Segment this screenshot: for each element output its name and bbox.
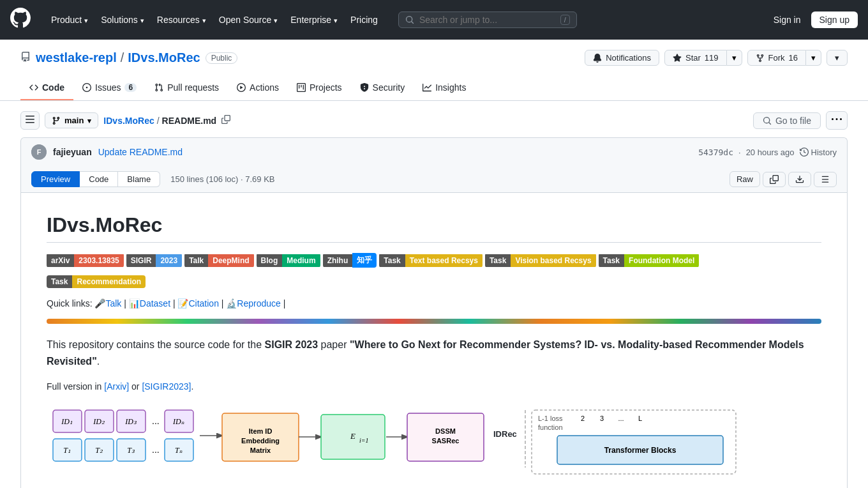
architecture-diagram: ID₁ ID₂ ID₃ ... IDₙ T₁ T₂ T₃ ... Tₙ [47, 407, 821, 484]
nav-product[interactable]: Product [46, 11, 93, 29]
panel-toggle-button[interactable] [20, 111, 40, 130]
raw-button[interactable]: Raw [730, 171, 760, 187]
list-icon [821, 175, 830, 184]
insights-icon [423, 83, 431, 92]
badge-item: Zhihu知乎 [323, 253, 377, 268]
file-toolbar: Preview Code Blame 150 lines (106 loc) ·… [20, 166, 848, 193]
github-logo-icon[interactable] [10, 8, 31, 32]
full-version-text: Full version in [Arxiv] or [SIGIR2023]. [47, 379, 821, 393]
open-source-chevron-icon [274, 15, 278, 25]
repo-title-row: westlake-repl / IDvs.MoRec Public Notifi… [20, 50, 848, 66]
signup-button[interactable]: Sign up [811, 11, 858, 28]
panel-toggle-icon [25, 114, 35, 125]
tab-issues-label: Issues [95, 82, 121, 93]
star-button-group: Star 119 ▾ [664, 50, 742, 66]
nav-solutions[interactable]: Solutions [96, 11, 149, 29]
svg-text:IDRec: IDRec [493, 429, 517, 439]
tab-code-label: Code [42, 82, 64, 93]
badge-item: arXiv2303.13835 [47, 253, 124, 268]
svg-text:T₃: T₃ [127, 446, 135, 455]
svg-text:SASRec: SASRec [432, 437, 460, 445]
branch-name: main [64, 116, 84, 125]
history-button[interactable]: History [800, 148, 837, 157]
svg-text:Item ID: Item ID [249, 427, 273, 435]
nav-open-source[interactable]: Open Source [214, 11, 283, 29]
badge-item: TaskFoundation Model [599, 253, 700, 268]
quick-link-2[interactable]: 📝Citation [177, 298, 218, 309]
tab-pull-requests[interactable]: Pull requests [146, 76, 228, 100]
svg-text:ID₁: ID₁ [61, 417, 73, 426]
svg-text:IDₙ: IDₙ [172, 417, 184, 426]
svg-text:i=1: i=1 [359, 437, 369, 444]
commit-hash[interactable]: 54379dc [698, 148, 733, 157]
repo-owner-link[interactable]: westlake-repl [36, 50, 117, 65]
nav-pricing[interactable]: Pricing [345, 11, 383, 29]
branch-select[interactable]: main [45, 112, 98, 128]
nav-enterprise[interactable]: Enterprise [285, 11, 343, 29]
quick-link-1[interactable]: 📊Dataset [129, 298, 170, 309]
goto-file-button[interactable]: Go to file [753, 112, 821, 129]
quick-link-3[interactable]: 🔬Reproduce [226, 298, 281, 309]
search-input[interactable] [419, 15, 555, 25]
svg-text:L-1 loss: L-1 loss [538, 415, 563, 422]
repo-icon [20, 52, 31, 65]
tab-code[interactable]: Code [20, 76, 73, 100]
copy-content-icon [770, 175, 779, 184]
color-bar [47, 319, 821, 324]
view-tabs: Preview Code Blame [31, 171, 160, 187]
signin-button[interactable]: Sign in [768, 12, 806, 27]
star-count: 119 [705, 53, 719, 63]
download-button[interactable] [788, 172, 811, 187]
tab-blame[interactable]: Blame [118, 171, 160, 187]
fork-caret-button[interactable]: ▾ [806, 50, 821, 66]
svg-text:Transformer Blocks: Transformer Blocks [604, 446, 677, 455]
fork-button[interactable]: Fork 16 [747, 50, 806, 66]
ellipsis-icon [832, 114, 842, 125]
search-kbd: / [560, 15, 570, 25]
svg-text:ID₃: ID₃ [124, 417, 137, 426]
tab-insights[interactable]: Insights [414, 76, 475, 100]
tab-code-view[interactable]: Code [80, 171, 118, 187]
copy-path-button[interactable] [219, 114, 233, 127]
commit-message-link[interactable]: Update README.md [98, 147, 183, 157]
more-options-button[interactable]: ▾ [827, 50, 848, 66]
file-nav: main IDvs.MoRec / README.md Go to file [20, 111, 848, 130]
badge-item: BlogMedium [257, 253, 320, 268]
tab-preview[interactable]: Preview [31, 171, 80, 187]
branch-chevron-icon [87, 116, 91, 125]
quick-links: Quick links: 🎤Talk | 📊Dataset | 📝Citatio… [47, 298, 821, 309]
copy-content-button[interactable] [763, 172, 786, 187]
arxiv-link[interactable]: [Arxiv] [104, 381, 129, 392]
star-caret-button[interactable]: ▾ [727, 50, 742, 66]
sigir-link[interactable]: [SIGIR2023] [142, 381, 191, 392]
repo-name-link[interactable]: IDvs.MoRec [128, 50, 200, 65]
svg-text:E: E [350, 431, 355, 441]
svg-text:T₁: T₁ [63, 446, 71, 455]
more-options-button-2[interactable] [826, 111, 848, 130]
product-chevron-icon [84, 15, 88, 25]
svg-text:T₂: T₂ [95, 446, 103, 455]
breadcrumb-repo-link[interactable]: IDvs.MoRec [103, 116, 154, 126]
tab-projects[interactable]: Projects [288, 76, 351, 100]
quick-link-0[interactable]: 🎤Talk [94, 298, 121, 309]
svg-text:2: 2 [581, 415, 585, 422]
tab-issues[interactable]: Issues 6 [73, 76, 146, 100]
issues-badge: 6 [124, 83, 137, 92]
repo-description: This repository contains the source code… [47, 337, 821, 369]
commit-author[interactable]: fajieyuan [53, 147, 92, 157]
copy-icon [221, 115, 230, 124]
star-button[interactable]: Star 119 [664, 50, 727, 66]
nav-resources[interactable]: Resources [152, 11, 211, 29]
tab-actions[interactable]: Actions [228, 76, 288, 100]
commit-row: F fajieyuan Update README.md 54379dc · 2… [20, 137, 848, 166]
fork-label: Fork [768, 53, 785, 63]
file-actions: Raw [730, 171, 837, 187]
search-box[interactable]: / [398, 11, 577, 28]
list-view-button[interactable] [814, 172, 837, 187]
visibility-badge: Public [206, 52, 238, 64]
readme-content: IDvs.MoRec arXiv2303.13835SIGIR2023TalkD… [20, 193, 848, 488]
top-nav: Product Solutions Resources Open Source … [0, 0, 868, 40]
notifications-button[interactable]: Notifications [585, 50, 659, 66]
branch-icon [52, 116, 61, 125]
tab-security[interactable]: Security [351, 76, 414, 100]
